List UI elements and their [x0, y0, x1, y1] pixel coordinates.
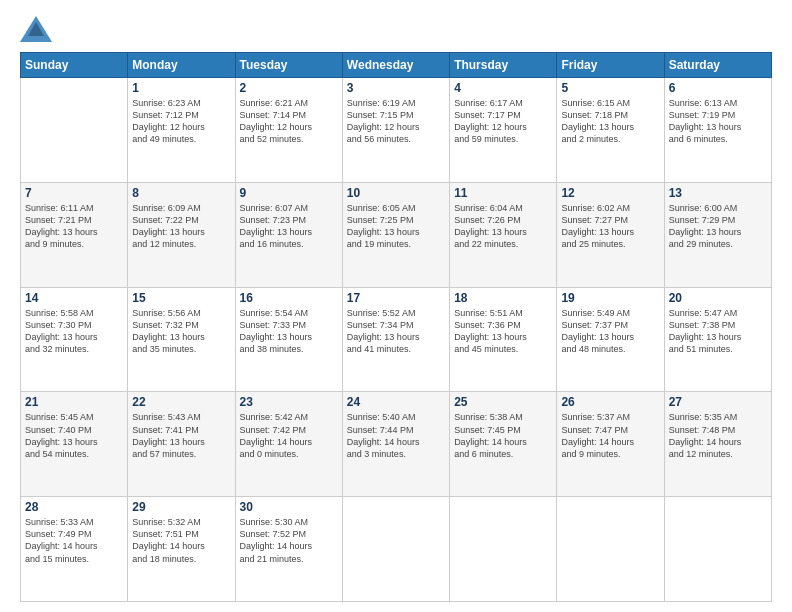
- cell-content: Sunrise: 5:49 AM Sunset: 7:37 PM Dayligh…: [561, 307, 659, 356]
- calendar-table: SundayMondayTuesdayWednesdayThursdayFrid…: [20, 52, 772, 602]
- day-number: 30: [240, 500, 338, 514]
- day-number: 10: [347, 186, 445, 200]
- calendar-cell: 5Sunrise: 6:15 AM Sunset: 7:18 PM Daylig…: [557, 78, 664, 183]
- calendar-cell: 25Sunrise: 5:38 AM Sunset: 7:45 PM Dayli…: [450, 392, 557, 497]
- cell-content: Sunrise: 5:52 AM Sunset: 7:34 PM Dayligh…: [347, 307, 445, 356]
- day-number: 21: [25, 395, 123, 409]
- cell-content: Sunrise: 6:23 AM Sunset: 7:12 PM Dayligh…: [132, 97, 230, 146]
- calendar-cell: 18Sunrise: 5:51 AM Sunset: 7:36 PM Dayli…: [450, 287, 557, 392]
- calendar-day-header: Friday: [557, 53, 664, 78]
- calendar-cell: 11Sunrise: 6:04 AM Sunset: 7:26 PM Dayli…: [450, 182, 557, 287]
- cell-content: Sunrise: 5:33 AM Sunset: 7:49 PM Dayligh…: [25, 516, 123, 565]
- cell-content: Sunrise: 5:30 AM Sunset: 7:52 PM Dayligh…: [240, 516, 338, 565]
- calendar-day-header: Tuesday: [235, 53, 342, 78]
- calendar-cell: 2Sunrise: 6:21 AM Sunset: 7:14 PM Daylig…: [235, 78, 342, 183]
- day-number: 15: [132, 291, 230, 305]
- calendar-cell: [664, 497, 771, 602]
- day-number: 7: [25, 186, 123, 200]
- cell-content: Sunrise: 5:45 AM Sunset: 7:40 PM Dayligh…: [25, 411, 123, 460]
- logo-icon: [20, 16, 52, 42]
- page: SundayMondayTuesdayWednesdayThursdayFrid…: [0, 0, 792, 612]
- cell-content: Sunrise: 5:32 AM Sunset: 7:51 PM Dayligh…: [132, 516, 230, 565]
- calendar-cell: 4Sunrise: 6:17 AM Sunset: 7:17 PM Daylig…: [450, 78, 557, 183]
- day-number: 1: [132, 81, 230, 95]
- day-number: 2: [240, 81, 338, 95]
- calendar-cell: 28Sunrise: 5:33 AM Sunset: 7:49 PM Dayli…: [21, 497, 128, 602]
- calendar-day-header: Monday: [128, 53, 235, 78]
- calendar-day-header: Thursday: [450, 53, 557, 78]
- cell-content: Sunrise: 6:19 AM Sunset: 7:15 PM Dayligh…: [347, 97, 445, 146]
- calendar-cell: 8Sunrise: 6:09 AM Sunset: 7:22 PM Daylig…: [128, 182, 235, 287]
- calendar-cell: 24Sunrise: 5:40 AM Sunset: 7:44 PM Dayli…: [342, 392, 449, 497]
- cell-content: Sunrise: 5:37 AM Sunset: 7:47 PM Dayligh…: [561, 411, 659, 460]
- calendar-cell: 14Sunrise: 5:58 AM Sunset: 7:30 PM Dayli…: [21, 287, 128, 392]
- cell-content: Sunrise: 6:09 AM Sunset: 7:22 PM Dayligh…: [132, 202, 230, 251]
- day-number: 20: [669, 291, 767, 305]
- day-number: 24: [347, 395, 445, 409]
- cell-content: Sunrise: 6:02 AM Sunset: 7:27 PM Dayligh…: [561, 202, 659, 251]
- calendar-day-header: Sunday: [21, 53, 128, 78]
- day-number: 16: [240, 291, 338, 305]
- calendar-cell: 12Sunrise: 6:02 AM Sunset: 7:27 PM Dayli…: [557, 182, 664, 287]
- cell-content: Sunrise: 5:51 AM Sunset: 7:36 PM Dayligh…: [454, 307, 552, 356]
- calendar-cell: 26Sunrise: 5:37 AM Sunset: 7:47 PM Dayli…: [557, 392, 664, 497]
- calendar-header-row: SundayMondayTuesdayWednesdayThursdayFrid…: [21, 53, 772, 78]
- calendar-cell: 10Sunrise: 6:05 AM Sunset: 7:25 PM Dayli…: [342, 182, 449, 287]
- day-number: 14: [25, 291, 123, 305]
- day-number: 17: [347, 291, 445, 305]
- cell-content: Sunrise: 5:58 AM Sunset: 7:30 PM Dayligh…: [25, 307, 123, 356]
- calendar-cell: 16Sunrise: 5:54 AM Sunset: 7:33 PM Dayli…: [235, 287, 342, 392]
- day-number: 5: [561, 81, 659, 95]
- calendar-cell: 17Sunrise: 5:52 AM Sunset: 7:34 PM Dayli…: [342, 287, 449, 392]
- day-number: 23: [240, 395, 338, 409]
- calendar-cell: [557, 497, 664, 602]
- calendar-week-row: 7Sunrise: 6:11 AM Sunset: 7:21 PM Daylig…: [21, 182, 772, 287]
- cell-content: Sunrise: 6:17 AM Sunset: 7:17 PM Dayligh…: [454, 97, 552, 146]
- cell-content: Sunrise: 5:43 AM Sunset: 7:41 PM Dayligh…: [132, 411, 230, 460]
- calendar-cell: [342, 497, 449, 602]
- calendar-week-row: 1Sunrise: 6:23 AM Sunset: 7:12 PM Daylig…: [21, 78, 772, 183]
- day-number: 6: [669, 81, 767, 95]
- day-number: 4: [454, 81, 552, 95]
- day-number: 27: [669, 395, 767, 409]
- day-number: 25: [454, 395, 552, 409]
- cell-content: Sunrise: 5:38 AM Sunset: 7:45 PM Dayligh…: [454, 411, 552, 460]
- calendar-cell: 19Sunrise: 5:49 AM Sunset: 7:37 PM Dayli…: [557, 287, 664, 392]
- day-number: 22: [132, 395, 230, 409]
- calendar-cell: 29Sunrise: 5:32 AM Sunset: 7:51 PM Dayli…: [128, 497, 235, 602]
- day-number: 29: [132, 500, 230, 514]
- header: [20, 16, 772, 42]
- cell-content: Sunrise: 5:42 AM Sunset: 7:42 PM Dayligh…: [240, 411, 338, 460]
- day-number: 26: [561, 395, 659, 409]
- day-number: 11: [454, 186, 552, 200]
- day-number: 13: [669, 186, 767, 200]
- calendar-cell: 9Sunrise: 6:07 AM Sunset: 7:23 PM Daylig…: [235, 182, 342, 287]
- calendar-cell: 27Sunrise: 5:35 AM Sunset: 7:48 PM Dayli…: [664, 392, 771, 497]
- day-number: 8: [132, 186, 230, 200]
- calendar-cell: 23Sunrise: 5:42 AM Sunset: 7:42 PM Dayli…: [235, 392, 342, 497]
- calendar-week-row: 14Sunrise: 5:58 AM Sunset: 7:30 PM Dayli…: [21, 287, 772, 392]
- cell-content: Sunrise: 6:07 AM Sunset: 7:23 PM Dayligh…: [240, 202, 338, 251]
- calendar-cell: 15Sunrise: 5:56 AM Sunset: 7:32 PM Dayli…: [128, 287, 235, 392]
- cell-content: Sunrise: 5:54 AM Sunset: 7:33 PM Dayligh…: [240, 307, 338, 356]
- logo: [20, 16, 56, 42]
- calendar-cell: [450, 497, 557, 602]
- calendar-week-row: 21Sunrise: 5:45 AM Sunset: 7:40 PM Dayli…: [21, 392, 772, 497]
- cell-content: Sunrise: 5:40 AM Sunset: 7:44 PM Dayligh…: [347, 411, 445, 460]
- calendar-cell: 3Sunrise: 6:19 AM Sunset: 7:15 PM Daylig…: [342, 78, 449, 183]
- calendar-day-header: Saturday: [664, 53, 771, 78]
- calendar-cell: 13Sunrise: 6:00 AM Sunset: 7:29 PM Dayli…: [664, 182, 771, 287]
- calendar-day-header: Wednesday: [342, 53, 449, 78]
- calendar-cell: 20Sunrise: 5:47 AM Sunset: 7:38 PM Dayli…: [664, 287, 771, 392]
- cell-content: Sunrise: 6:00 AM Sunset: 7:29 PM Dayligh…: [669, 202, 767, 251]
- cell-content: Sunrise: 6:21 AM Sunset: 7:14 PM Dayligh…: [240, 97, 338, 146]
- calendar-cell: 30Sunrise: 5:30 AM Sunset: 7:52 PM Dayli…: [235, 497, 342, 602]
- cell-content: Sunrise: 6:11 AM Sunset: 7:21 PM Dayligh…: [25, 202, 123, 251]
- calendar-cell: 6Sunrise: 6:13 AM Sunset: 7:19 PM Daylig…: [664, 78, 771, 183]
- calendar-week-row: 28Sunrise: 5:33 AM Sunset: 7:49 PM Dayli…: [21, 497, 772, 602]
- calendar-cell: 1Sunrise: 6:23 AM Sunset: 7:12 PM Daylig…: [128, 78, 235, 183]
- day-number: 18: [454, 291, 552, 305]
- calendar-cell: 7Sunrise: 6:11 AM Sunset: 7:21 PM Daylig…: [21, 182, 128, 287]
- cell-content: Sunrise: 5:56 AM Sunset: 7:32 PM Dayligh…: [132, 307, 230, 356]
- cell-content: Sunrise: 6:13 AM Sunset: 7:19 PM Dayligh…: [669, 97, 767, 146]
